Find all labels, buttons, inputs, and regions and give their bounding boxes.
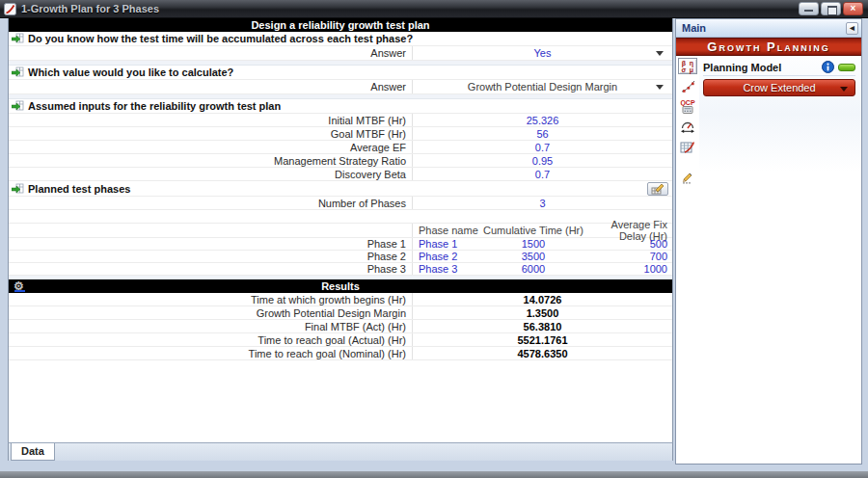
results-header: Results	[321, 280, 360, 292]
results-header-bar: ⚙ Results	[9, 279, 672, 293]
section-arrow-icon	[12, 66, 24, 78]
input-value[interactable]: 56	[413, 128, 672, 140]
question-text: Which value would you like to calculate?	[28, 66, 233, 78]
pencil-table-icon	[651, 183, 665, 195]
input-value[interactable]: 3	[413, 198, 672, 209]
result-value: 14.0726	[413, 294, 672, 305]
gear-icon: ⚙	[14, 279, 24, 293]
pencil-icon	[681, 171, 694, 184]
result-row: Time at which growth begins (Hr) 14.0726	[9, 293, 672, 306]
phase-name-cell[interactable]: Phase 1	[413, 238, 482, 250]
section-arrow-icon	[12, 100, 24, 112]
result-value: 56.3810	[413, 321, 672, 332]
input-value[interactable]: 25.326	[413, 115, 672, 126]
growth-plan-icon	[4, 3, 16, 15]
input-row: Average EF 0.7	[9, 141, 672, 154]
qcp-tool[interactable]: QCP	[678, 98, 697, 115]
info-icon[interactable]	[822, 61, 834, 73]
planning-model-area: Planning Model Crow Extended	[699, 56, 861, 464]
answer-dropdown-value[interactable]: Yes	[413, 47, 672, 59]
window-controls: ×	[799, 2, 863, 15]
fix-delay-cell[interactable]: 1000	[584, 263, 672, 275]
model-status-toggle[interactable]	[838, 64, 855, 71]
input-row: Initial MTBF (Hr) 25.326	[9, 114, 672, 127]
section-title: Planned test phases	[28, 183, 130, 195]
app-window: 1-Growth Plan for 3 Phases × Design a re…	[0, 0, 868, 478]
result-label: Growth Potential Design Margin	[9, 306, 413, 319]
section-header-row: Planned test phases	[9, 181, 672, 197]
result-value: 1.3500	[413, 307, 672, 319]
sheet-tab-bar: Data	[8, 442, 673, 461]
chevron-down-icon[interactable]	[656, 85, 664, 90]
qcp-icon: QCP	[680, 99, 694, 114]
notes-tool[interactable]	[678, 169, 697, 185]
phase-name-cell[interactable]: Phase 2	[413, 251, 482, 262]
growth-plot-tool[interactable]	[678, 78, 697, 94]
gauge-icon	[680, 120, 695, 134]
input-value[interactable]: 0.7	[413, 142, 672, 153]
window-title: 1-Growth Plan for 3 Phases	[21, 3, 159, 14]
empty-row	[9, 210, 672, 224]
tab-data[interactable]: Data	[11, 443, 55, 461]
result-label: Time to reach goal (Nominal) (Hr)	[9, 347, 413, 359]
result-row: Time to reach goal (Actual) (Hr) 5521.17…	[9, 333, 672, 347]
result-label: Final MTBF (Act) (Hr)	[9, 320, 413, 332]
panel-title: Main	[682, 22, 706, 34]
question-text: Do you know how the test time will be ac…	[28, 33, 413, 44]
window-titlebar[interactable]: 1-Growth Plan for 3 Phases ×	[0, 0, 868, 18]
edit-phases-button[interactable]	[647, 182, 668, 196]
phase-row-label: Phase 1	[9, 238, 413, 250]
minimize-button[interactable]	[799, 2, 819, 15]
input-label: Number of Phases	[9, 197, 413, 209]
result-row: Final MTBF (Act) (Hr) 56.3810	[9, 320, 672, 333]
panel-header: Main ◀	[676, 19, 861, 38]
restore-button[interactable]	[821, 2, 841, 15]
planning-model-selected: Crow Extended	[743, 82, 815, 93]
growth-line-icon	[681, 80, 695, 93]
input-value[interactable]: 0.95	[413, 155, 672, 167]
phase-name-cell[interactable]: Phase 3	[413, 263, 482, 275]
result-value: 4578.6350	[413, 348, 672, 359]
input-row: Management Strategy Ratio 0.95	[9, 154, 672, 168]
model-parameters-tool[interactable]: βησμ	[678, 58, 697, 74]
greek-params-icon: βησμ	[680, 60, 695, 73]
chevron-down-icon	[840, 87, 848, 92]
input-row: Goal MTBF (Hr) 56	[9, 127, 672, 141]
answer-label: Answer	[9, 46, 413, 60]
phase-table-tool[interactable]	[678, 139, 697, 155]
answer-dropdown-value[interactable]: Growth Potential Design Margin	[413, 81, 672, 93]
result-value: 5521.1761	[413, 334, 672, 346]
answer-row: Answer Growth Potential Design Margin	[9, 80, 672, 94]
panel-body: βησμ QCP	[676, 56, 861, 464]
chevron-down-icon[interactable]	[656, 51, 664, 56]
gauge-tool[interactable]	[678, 119, 697, 135]
phase-header-spacer	[9, 224, 413, 237]
calculator-icon	[682, 106, 693, 114]
planning-model-label: Planning Model	[703, 62, 822, 73]
result-label: Time at which growth begins (Hr)	[9, 293, 413, 305]
phase-row: Phase 2 Phase 2 3500 700	[9, 251, 672, 263]
growth-plan-worksheet: Design a reliability growth test plan Do…	[8, 18, 673, 442]
phase-row: Phase 3 Phase 3 6000 1000	[9, 263, 672, 276]
input-value[interactable]: 0.7	[413, 169, 672, 180]
input-label: Goal MTBF (Hr)	[9, 127, 413, 140]
planning-model-dropdown[interactable]: Crow Extended	[703, 79, 855, 96]
planning-model-header-row: Planning Model	[703, 59, 855, 76]
fix-delay-cell[interactable]: 700	[584, 251, 672, 262]
panel-toolbar: βησμ QCP	[676, 56, 699, 464]
section-title: Assumed inputs for the reliability growt…	[28, 100, 281, 112]
cumulative-time-cell[interactable]: 6000	[482, 263, 584, 275]
answer-label: Answer	[9, 80, 413, 93]
fix-delay-cell[interactable]: 500	[584, 238, 672, 250]
column-header-cumulative-time: Cumulative Time (Hr)	[482, 225, 584, 236]
phase-row: Phase 1 Phase 1 1500 500	[9, 238, 672, 251]
cumulative-time-cell[interactable]: 3500	[482, 251, 584, 262]
phase-row-label: Phase 2	[9, 251, 413, 262]
cumulative-time-cell[interactable]: 1500	[482, 238, 584, 250]
collapse-panel-button[interactable]: ◀	[846, 22, 858, 35]
phase-row-label: Phase 3	[9, 263, 413, 275]
close-button[interactable]: ×	[843, 2, 863, 15]
answer-row: Answer Yes	[9, 46, 672, 61]
input-label: Discovery Beta	[9, 168, 413, 180]
main-side-panel: Main ◀ Growth Planning βησμ	[675, 18, 862, 465]
